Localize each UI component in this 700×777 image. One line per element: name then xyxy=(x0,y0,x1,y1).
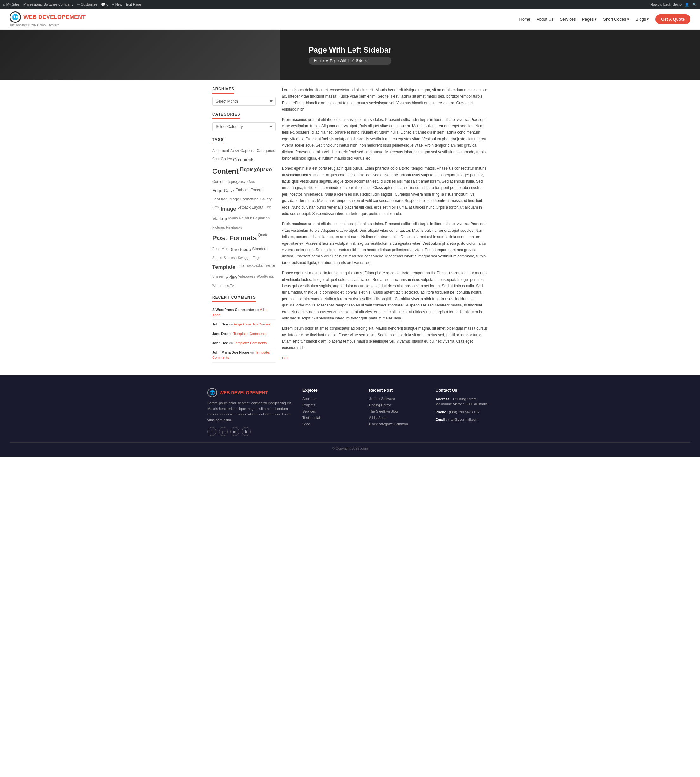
tag-jetpack[interactable]: Jetpack xyxy=(238,204,250,214)
archives-select[interactable]: Select Month January 2022 February 2022 … xyxy=(212,97,275,106)
tag-template[interactable]: Template xyxy=(212,263,235,272)
commenter-5: John Maria Doe Nroue xyxy=(212,351,249,354)
footer-link-about[interactable]: About us xyxy=(302,397,316,401)
footer-link-services[interactable]: Services xyxy=(302,409,316,413)
tag-success[interactable]: Success xyxy=(223,255,237,261)
tag-excerpt[interactable]: Excerpt xyxy=(250,187,263,195)
tag-html[interactable]: Html xyxy=(212,204,220,214)
tag-categories[interactable]: Categories xyxy=(257,148,275,155)
footer-contact-heading: Contact Us xyxy=(435,388,493,393)
admin-edit-page[interactable]: Edit Page xyxy=(126,3,141,6)
tag-content[interactable]: Content xyxy=(212,165,238,178)
logo-area: 🌐 WEB DEVELOPEMENT Just another Luzuk De… xyxy=(10,12,85,27)
admin-search-icon[interactable]: 🔍 xyxy=(692,3,697,7)
tag-quote[interactable]: Quote xyxy=(258,232,268,245)
nav-about[interactable]: About Us xyxy=(537,17,553,22)
tag-link[interactable]: Link xyxy=(265,204,271,214)
footer-link-shop[interactable]: Shop xyxy=(302,422,311,426)
tag-chat[interactable]: Chat xyxy=(212,156,220,164)
article-para-6: Lorem ipsum dolor sit amet, consectetur … xyxy=(282,325,488,351)
commenter-1: A WordPress Commenter xyxy=(212,308,254,311)
nav-services[interactable]: Services xyxy=(560,17,576,22)
breadcrumb-home[interactable]: Home xyxy=(313,58,324,63)
tags-cloud: Alignment Aside Captions Categories Chat… xyxy=(212,148,275,289)
categories-title: CATEGORIES xyxy=(212,112,240,119)
tag-pingbacks[interactable]: Pingbacks xyxy=(226,225,242,231)
tag-pagination[interactable]: Pagination xyxy=(253,215,270,223)
tag-formatting[interactable]: Formatting xyxy=(240,196,258,203)
edit-link[interactable]: Edit xyxy=(282,356,288,360)
categories-select[interactable]: Select Category Edge Case Formatting Mar… xyxy=(212,122,275,131)
article-para-5: Donec eget nisl a est porta feugiat in q… xyxy=(282,270,488,321)
comment-post-link-3[interactable]: Template: Comments xyxy=(233,332,267,336)
archives-title: ARCHIVES xyxy=(212,87,234,94)
tag-pictures[interactable]: Pictures xyxy=(212,225,225,231)
tag-embeds[interactable]: Embeds xyxy=(235,187,249,195)
facebook-icon[interactable]: f xyxy=(207,427,216,436)
footer-post-5[interactable]: Block category: Common xyxy=(369,422,408,426)
tag-aside[interactable]: Aside xyxy=(230,148,239,155)
footer-link-testimonial[interactable]: Testimonial xyxy=(302,416,320,419)
nav-pages[interactable]: Pages ▾ xyxy=(582,17,597,22)
instagram-icon[interactable]: in xyxy=(230,427,239,436)
tag-layout[interactable]: Layout xyxy=(252,204,263,214)
tag-comments[interactable]: Comments xyxy=(233,156,255,164)
tag-wordpress[interactable]: WordPress xyxy=(257,274,274,281)
admin-new[interactable]: + New xyxy=(112,3,122,6)
tag-unseen[interactable]: Unseen xyxy=(212,274,224,281)
tag-nailed-it[interactable]: Nailed It xyxy=(239,215,252,223)
admin-customize[interactable]: ✏ Customize xyxy=(77,3,97,7)
footer-description: Lorem ipsum dolor sit amet, consectetur … xyxy=(207,401,293,423)
tag-swagger[interactable]: Swagger xyxy=(238,255,252,261)
footer-recent-posts-links: Joel on Software Coding Horror The Steel… xyxy=(369,396,426,426)
tag-featured-image[interactable]: Featured Image xyxy=(212,196,239,203)
tag-markup[interactable]: Markup xyxy=(212,215,227,223)
tag-standard[interactable]: Standard xyxy=(252,246,268,254)
nav-shortcodes[interactable]: Short Codes ▾ xyxy=(603,17,629,22)
tag-shortcode[interactable]: Shortcode xyxy=(231,246,251,254)
footer-link-projects[interactable]: Projects xyxy=(302,403,315,407)
tag-content-periexomeno[interactable]: Content Περιεχόμενο xyxy=(212,178,248,186)
footer-phone: Phone : (088) 290 5673 132 xyxy=(435,409,493,415)
on-text-5: on xyxy=(250,351,255,354)
tag-tags[interactable]: Tags xyxy=(253,255,260,261)
tag-videopress[interactable]: Videopress xyxy=(238,274,255,281)
article-para-1: Lorem ipsum dolor sit amet, consectetur … xyxy=(282,87,488,113)
tag-twitter[interactable]: Twitter xyxy=(264,263,275,272)
tag-periexomeno[interactable]: Περιεχόμενο xyxy=(240,165,272,178)
tag-wordpress-tv[interactable]: Wordpress.Tv xyxy=(212,283,234,289)
tag-alignment[interactable]: Alignment xyxy=(212,148,229,155)
admin-my-sites[interactable]: ⌂ My Sites xyxy=(3,3,20,6)
footer-post-1[interactable]: Joel on Software xyxy=(369,397,395,401)
tag-captions[interactable]: Captions xyxy=(240,148,255,155)
comment-post-link-4[interactable]: Template: Comments xyxy=(234,341,267,345)
nav-blogs[interactable]: Blogs ▾ xyxy=(636,17,649,22)
tag-video[interactable]: Video xyxy=(225,274,237,281)
tag-title[interactable]: Title xyxy=(237,263,243,272)
tag-media[interactable]: Media xyxy=(228,215,238,223)
logo[interactable]: 🌐 WEB DEVELOPEMENT xyxy=(10,12,85,23)
footer-post-2[interactable]: Coding Horror xyxy=(369,403,391,407)
footer-post-4[interactable]: A List Apart xyxy=(369,416,387,419)
tag-css[interactable]: Css xyxy=(249,178,255,186)
footer-copyright: © Copyright 2022 .com xyxy=(10,443,690,450)
admin-site-name[interactable]: Professional Software Company xyxy=(23,3,73,6)
tag-status[interactable]: Status xyxy=(212,255,222,261)
tag-read-more[interactable]: Read More xyxy=(212,246,229,254)
tag-codex[interactable]: Codex xyxy=(221,156,232,164)
nav-home[interactable]: Home xyxy=(519,17,530,22)
admin-comments[interactable]: 💬 6 xyxy=(101,3,108,7)
cta-button[interactable]: Get A Quote xyxy=(655,14,690,24)
tag-image[interactable]: Image xyxy=(221,204,236,214)
linkedin-icon[interactable]: li xyxy=(242,427,250,436)
pinterest-icon[interactable]: p xyxy=(219,427,228,436)
comment-item-3: Jane Doe on Template: Comments xyxy=(212,329,275,339)
hero-content: Page With Left Sidebar Home » Page With … xyxy=(308,46,391,65)
footer-post-3[interactable]: The Steelkiwi Blog xyxy=(369,409,398,413)
tag-edge-case[interactable]: Edge Case xyxy=(212,187,234,195)
tag-post-formats[interactable]: Post Formats xyxy=(212,232,257,245)
comment-post-link-2[interactable]: Edge Case: No Content xyxy=(234,322,270,326)
tag-trackbacks[interactable]: Trackbacks xyxy=(245,263,263,272)
admin-avatar: 👤 xyxy=(685,3,689,7)
tag-gallery[interactable]: Gallery xyxy=(260,196,272,203)
